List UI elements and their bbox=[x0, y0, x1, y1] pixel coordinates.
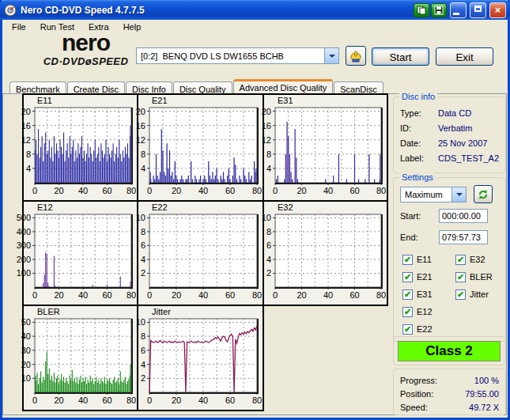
close-button[interactable]: × bbox=[489, 2, 506, 18]
checkbox-jitter[interactable]: ✔Jitter bbox=[455, 286, 493, 303]
disc-info-value: CDS_TEST_A2 bbox=[438, 153, 499, 163]
start-position-field[interactable]: 000:00.00 bbox=[439, 209, 488, 223]
exit-button[interactable]: Exit bbox=[436, 47, 493, 66]
svg-text:100: 100 bbox=[17, 268, 31, 278]
end-position-field[interactable]: 079:57.73 bbox=[439, 230, 488, 244]
svg-text:60: 60 bbox=[225, 186, 235, 195]
svg-text:4: 4 bbox=[266, 164, 271, 173]
nero-logo: nero CD·DVDøSPEED bbox=[25, 31, 147, 66]
settings-panel: Settings Maximum Start: 000:00.00 End: 0… bbox=[393, 177, 506, 342]
svg-text:8: 8 bbox=[141, 227, 145, 236]
checkbox-box[interactable]: ✔ bbox=[402, 307, 413, 317]
disc-info-value: Verbatim bbox=[438, 123, 472, 133]
progress-value: 79:55.00 bbox=[465, 389, 499, 399]
svg-text:60: 60 bbox=[349, 290, 359, 300]
svg-text:0: 0 bbox=[273, 186, 278, 195]
save-icon bbox=[434, 6, 444, 15]
svg-text:80: 80 bbox=[376, 290, 386, 300]
checkbox-box[interactable]: ✔ bbox=[455, 255, 466, 265]
copy-button[interactable] bbox=[414, 3, 429, 17]
progress-row-position: Position:79:55.00 bbox=[400, 389, 499, 402]
disc-info-row-date: Date:25 Nov 2007 bbox=[400, 138, 501, 151]
end-position-label: End: bbox=[400, 233, 418, 242]
checkbox-e12[interactable]: ✔E12 bbox=[402, 303, 433, 320]
minimize-icon bbox=[453, 13, 459, 15]
svg-text:200: 200 bbox=[17, 255, 31, 264]
start-button[interactable]: Start bbox=[372, 47, 429, 66]
speed-select[interactable]: Maximum bbox=[400, 187, 467, 202]
checkbox-label: E32 bbox=[470, 255, 485, 264]
svg-text:60: 60 bbox=[349, 186, 359, 195]
svg-text:16: 16 bbox=[262, 121, 271, 131]
hand-icon bbox=[349, 50, 362, 62]
checkbox-box[interactable]: ✔ bbox=[402, 272, 413, 282]
checkbox-label: E11 bbox=[417, 255, 432, 264]
chart-e32: 246810020406080E32 bbox=[263, 200, 388, 306]
svg-text:8: 8 bbox=[266, 227, 271, 236]
disc-info-panel: Disc info Type:Data CDID:VerbatimDate:25… bbox=[393, 96, 506, 173]
checkbox-box[interactable]: ✔ bbox=[402, 255, 413, 265]
svg-text:E21: E21 bbox=[152, 96, 168, 105]
checkbox-e11[interactable]: ✔E11 bbox=[402, 251, 433, 268]
refresh-icon bbox=[478, 189, 489, 200]
svg-text:4: 4 bbox=[26, 164, 31, 173]
checkbox-box[interactable]: ✔ bbox=[455, 272, 466, 282]
checkbox-box[interactable]: ✔ bbox=[402, 289, 413, 300]
svg-text:80: 80 bbox=[252, 186, 262, 195]
drive-select[interactable]: [0:2] BENQ DVD LS DW1655 BCHB bbox=[136, 47, 339, 64]
svg-text:20: 20 bbox=[136, 107, 145, 116]
chart-e22: 246810020406080E22 bbox=[137, 200, 264, 306]
svg-text:12: 12 bbox=[136, 135, 145, 145]
checkbox-e31[interactable]: ✔E31 bbox=[402, 286, 433, 303]
chevron-down-icon bbox=[329, 55, 335, 58]
svg-text:12: 12 bbox=[262, 135, 271, 145]
progress-label: Progress: bbox=[400, 376, 437, 385]
progress-row-speed: Speed:49.72 X bbox=[400, 403, 499, 415]
svg-text:20: 20 bbox=[54, 395, 63, 405]
save-button[interactable] bbox=[431, 3, 447, 17]
progress-value: 100 % bbox=[474, 376, 499, 385]
checkbox-column-right: ✔E32✔BLER✔Jitter bbox=[455, 251, 493, 303]
minimize-button[interactable] bbox=[450, 2, 467, 18]
svg-text:2: 2 bbox=[266, 268, 271, 278]
maximize-button[interactable] bbox=[470, 2, 486, 18]
checkbox-box[interactable]: ✔ bbox=[455, 289, 466, 300]
checkbox-e22[interactable]: ✔E22 bbox=[402, 320, 433, 338]
svg-text:80: 80 bbox=[127, 395, 136, 405]
checkbox-e21[interactable]: ✔E21 bbox=[402, 268, 433, 286]
svg-text:BLER: BLER bbox=[37, 307, 60, 316]
svg-text:6: 6 bbox=[141, 346, 145, 355]
refresh-button[interactable] bbox=[474, 185, 493, 203]
checkbox-label: E31 bbox=[417, 289, 433, 299]
svg-text:20: 20 bbox=[262, 107, 271, 116]
checkbox-bler[interactable]: ✔BLER bbox=[455, 268, 493, 286]
checkbox-box[interactable]: ✔ bbox=[402, 324, 413, 335]
svg-text:60: 60 bbox=[102, 395, 111, 405]
svg-text:2: 2 bbox=[141, 268, 145, 278]
drive-select-arrow[interactable] bbox=[324, 48, 338, 63]
svg-text:0: 0 bbox=[32, 290, 37, 300]
drive-tool-button[interactable] bbox=[346, 46, 366, 66]
progress-label: Speed: bbox=[400, 403, 428, 412]
settings-title: Settings bbox=[399, 172, 436, 182]
svg-text:E12: E12 bbox=[37, 202, 53, 212]
start-position-label: Start: bbox=[400, 211, 421, 221]
disc-info-row-id: ID:Verbatim bbox=[400, 123, 501, 136]
disc-info-row-label: Label:CDS_TEST_A2 bbox=[400, 153, 501, 166]
disc-info-title: Disc info bbox=[399, 92, 437, 101]
svg-text:80: 80 bbox=[252, 290, 262, 300]
quality-class-badge: Class 2 bbox=[398, 341, 501, 361]
svg-text:16: 16 bbox=[21, 121, 31, 131]
checkbox-e32[interactable]: ✔E32 bbox=[455, 251, 493, 268]
svg-text:0: 0 bbox=[147, 186, 152, 195]
svg-text:10: 10 bbox=[136, 213, 145, 222]
classification-panel: Class 2 bbox=[393, 336, 506, 365]
svg-text:300: 300 bbox=[17, 240, 31, 250]
disc-info-value: Data CD bbox=[438, 108, 471, 118]
chart-e11: 48121620020406080E11 bbox=[22, 93, 138, 202]
chart-e31: 48121620020406080E31 bbox=[263, 93, 388, 202]
checkbox-label: BLER bbox=[470, 272, 493, 282]
svg-text:0: 0 bbox=[147, 290, 152, 300]
progress-row-progress: Progress:100 % bbox=[400, 376, 499, 388]
speed-select-arrow[interactable] bbox=[451, 187, 466, 202]
